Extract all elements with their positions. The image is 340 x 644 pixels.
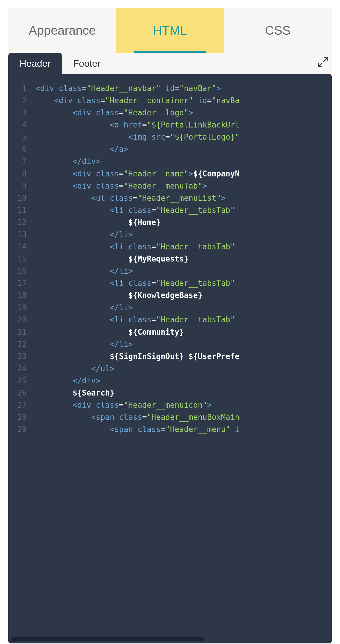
tab-appearance[interactable]: Appearance	[8, 8, 116, 53]
code-line[interactable]: 5 <img src="${PortalLogo}"	[8, 131, 332, 143]
line-number: 6	[8, 143, 36, 155]
tab-css[interactable]: CSS	[224, 8, 332, 53]
line-number: 27	[8, 399, 36, 411]
code-line[interactable]: 25 </div>	[8, 375, 332, 387]
code-content[interactable]: <ul class="Header__menuList">	[36, 192, 332, 204]
line-number: 10	[8, 192, 36, 204]
code-content[interactable]: <div class="Header__navbar" id="navBar">	[36, 82, 332, 95]
code-line[interactable]: 11 <li class="Header__tabsTab"	[8, 204, 332, 216]
line-number: 7	[8, 155, 36, 168]
code-line[interactable]: 8 <div class="Header__name">${CompanyN	[8, 168, 332, 180]
code-line[interactable]: 21 ${Community}	[8, 326, 332, 338]
code-line[interactable]: 18 ${KnowledgeBase}	[8, 289, 332, 302]
line-number: 13	[8, 229, 36, 241]
code-content[interactable]: </li>	[36, 338, 332, 350]
line-number: 23	[8, 350, 36, 363]
code-line[interactable]: 15 ${MyRequests}	[8, 253, 332, 265]
code-content[interactable]: <a href="${PortalLinkBackUrl	[36, 119, 332, 131]
code-content[interactable]: <div class="Header__logo">	[36, 107, 332, 119]
line-number: 18	[8, 289, 36, 302]
line-number: 26	[8, 387, 36, 399]
code-line[interactable]: 23 ${SignInSignOut} ${UserPrefe	[8, 350, 332, 363]
line-number: 29	[8, 423, 36, 436]
code-line[interactable]: 7 </div>	[8, 155, 332, 168]
code-line[interactable]: 20 <li class="Header__tabsTab"	[8, 314, 332, 326]
code-line[interactable]: 19 </li>	[8, 302, 332, 314]
code-line[interactable]: 27 <div class="Header__menuicon">	[8, 399, 332, 411]
code-line[interactable]: 16 </li>	[8, 265, 332, 277]
line-number: 22	[8, 338, 36, 350]
tab-html[interactable]: HTML	[116, 8, 224, 53]
code-content[interactable]: ${KnowledgeBase}	[36, 289, 332, 302]
code-content[interactable]: </a>	[36, 143, 332, 155]
line-number: 2	[8, 95, 36, 107]
code-content[interactable]: </div>	[36, 155, 332, 168]
code-content[interactable]: </li>	[36, 302, 332, 314]
code-line[interactable]: 2 <div class="Header__container" id="nav…	[8, 95, 332, 107]
line-number: 5	[8, 131, 36, 143]
code-line[interactable]: 28 <span class="Header__menuBoxMain	[8, 411, 332, 423]
code-line[interactable]: 24 </ul>	[8, 363, 332, 375]
code-content[interactable]: <li class="Header__tabsTab"	[36, 241, 332, 253]
code-content[interactable]: <div class="Header__name">${CompanyN	[36, 168, 332, 180]
code-line[interactable]: 26 ${Search}	[8, 387, 332, 399]
line-number: 21	[8, 326, 36, 338]
code-content[interactable]: <div class="Header__menuicon">	[36, 399, 332, 411]
code-line[interactable]: 17 <li class="Header__tabsTab"	[8, 277, 332, 289]
code-line[interactable]: 9 <div class="Header__menuTab">	[8, 180, 332, 192]
line-number: 16	[8, 265, 36, 277]
code-content[interactable]: <img src="${PortalLogo}"	[36, 131, 332, 143]
sub-tab-header[interactable]: Header	[8, 53, 62, 74]
code-content[interactable]: <div class="Header__menuTab">	[36, 180, 332, 192]
code-line[interactable]: 13 </li>	[8, 229, 332, 241]
line-number: 8	[8, 168, 36, 180]
horizontal-scrollbar[interactable]	[11, 637, 204, 641]
code-content[interactable]: <span class="Header__menuBoxMain	[36, 411, 332, 423]
code-line[interactable]: 29 <span class="Header__menu" i	[8, 423, 332, 436]
code-line[interactable]: 3 <div class="Header__logo">	[8, 107, 332, 119]
code-content[interactable]: <span class="Header__menu" i	[36, 423, 332, 436]
code-editor[interactable]: 1<div class="Header__navbar" id="navBar"…	[8, 74, 332, 643]
code-content[interactable]: </div>	[36, 375, 332, 387]
code-line[interactable]: 4 <a href="${PortalLinkBackUrl	[8, 119, 332, 131]
code-line[interactable]: 10 <ul class="Header__menuList">	[8, 192, 332, 204]
sub-tab-footer[interactable]: Footer	[62, 53, 112, 74]
line-number: 1	[8, 82, 36, 95]
line-number: 28	[8, 411, 36, 423]
expand-icon[interactable]	[317, 56, 329, 68]
editor-panel: Header Footer 1<div class="Header__navba…	[8, 53, 332, 643]
code-content[interactable]: ${Search}	[36, 387, 332, 399]
line-number: 9	[8, 180, 36, 192]
line-number: 11	[8, 204, 36, 216]
code-content[interactable]: ${SignInSignOut} ${UserPrefe	[36, 350, 332, 363]
line-number: 3	[8, 107, 36, 119]
line-number: 4	[8, 119, 36, 131]
sub-tab-bar: Header Footer	[8, 53, 332, 74]
code-content[interactable]: <li class="Header__tabsTab"	[36, 277, 332, 289]
code-content[interactable]: ${Community}	[36, 326, 332, 338]
line-number: 19	[8, 302, 36, 314]
top-tab-bar: Appearance HTML CSS	[8, 8, 332, 53]
code-content[interactable]: <li class="Header__tabsTab"	[36, 204, 332, 216]
code-content[interactable]: </li>	[36, 229, 332, 241]
line-number: 20	[8, 314, 36, 326]
code-line[interactable]: 12 ${Home}	[8, 216, 332, 229]
line-number: 25	[8, 375, 36, 387]
code-content[interactable]: </ul>	[36, 363, 332, 375]
code-line[interactable]: 22 </li>	[8, 338, 332, 350]
line-number: 15	[8, 253, 36, 265]
code-content[interactable]: </li>	[36, 265, 332, 277]
code-line[interactable]: 6 </a>	[8, 143, 332, 155]
line-number: 24	[8, 363, 36, 375]
code-content[interactable]: ${Home}	[36, 216, 332, 229]
code-line[interactable]: 14 <li class="Header__tabsTab"	[8, 241, 332, 253]
code-content[interactable]: <div class="Header__container" id="navBa	[36, 95, 332, 107]
code-line[interactable]: 1<div class="Header__navbar" id="navBar"…	[8, 82, 332, 95]
line-number: 12	[8, 216, 36, 229]
code-content[interactable]: ${MyRequests}	[36, 253, 332, 265]
line-number: 14	[8, 241, 36, 253]
code-content[interactable]: <li class="Header__tabsTab"	[36, 314, 332, 326]
line-number: 17	[8, 277, 36, 289]
